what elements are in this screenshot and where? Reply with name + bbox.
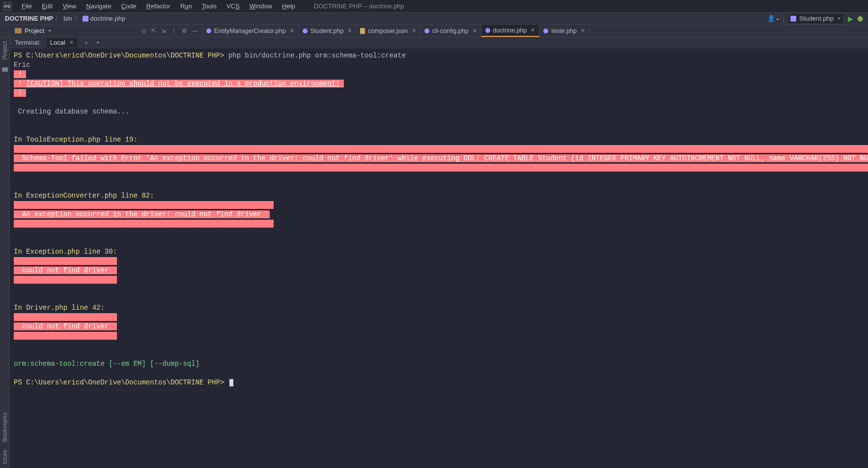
breadcrumb-bin[interactable]: bin xyxy=(63,15,72,22)
php-file-icon xyxy=(424,29,429,33)
menu-view[interactable]: View xyxy=(57,0,81,12)
menu-help[interactable]: Help xyxy=(277,0,300,12)
terminal-line: In Exception.php line 30: xyxy=(11,247,868,257)
tab-label: teste.php xyxy=(551,28,576,34)
close-icon[interactable]: ✕ xyxy=(290,28,294,34)
terminal[interactable]: PS C:\Users\ericd\OneDrive\Documentos\DO… xyxy=(10,48,868,468)
terminal-line: An exception occurred in the driver: cou… xyxy=(11,210,868,219)
project-label-text: Project xyxy=(25,27,44,34)
terminal-line: ! xyxy=(11,88,868,98)
menu-run[interactable]: Run xyxy=(175,0,197,12)
menu-vcs[interactable]: VCS xyxy=(222,0,245,12)
chevron-down-icon[interactable] xyxy=(96,42,99,44)
separator: ⋮ xyxy=(171,28,177,34)
editor-tab[interactable]: cli-config.php✕ xyxy=(420,25,481,37)
app-logo: PS xyxy=(3,2,12,11)
close-icon[interactable]: ✕ xyxy=(69,39,74,46)
tab-label: doctrine.php xyxy=(493,27,527,34)
terminal-line xyxy=(11,201,868,210)
terminal-line xyxy=(11,341,868,350)
chevron-down-icon xyxy=(838,18,840,20)
terminal-tabbar: Terminal: Local ✕ ＋ xyxy=(10,37,868,48)
terminal-line: ! xyxy=(11,70,868,79)
debug-button[interactable]: ⬢ xyxy=(857,15,863,23)
close-icon[interactable]: ✕ xyxy=(531,27,535,33)
terminal-line xyxy=(11,117,868,126)
navbar: DOCTRINE PHP 〉 bin 〉 doctrine.php 👤 Stud… xyxy=(0,13,868,25)
menu-window[interactable]: Window xyxy=(245,0,277,12)
add-terminal-icon[interactable]: ＋ xyxy=(83,38,89,47)
terminal-line xyxy=(11,145,868,154)
hide-icon[interactable]: — xyxy=(192,28,198,34)
editor-tab[interactable]: EntityManagerCreator.php✕ xyxy=(202,25,299,37)
tab-label: composer.json xyxy=(368,28,408,34)
php-file-icon xyxy=(543,29,548,33)
terminal-line: PS C:\Users\ericd\OneDrive\Documentos\DO… xyxy=(11,378,868,387)
tab-label: EntityManagerCreator.php xyxy=(214,28,286,34)
terminal-line: could not find driver xyxy=(11,266,868,275)
terminal-line xyxy=(11,294,868,303)
terminal-line: PS C:\Users\ericd\OneDrive\Documentos\DO… xyxy=(11,51,868,60)
terminal-line xyxy=(11,285,868,294)
terminal-tab-local[interactable]: Local ✕ xyxy=(46,37,78,48)
editor-tab[interactable]: doctrine.php✕ xyxy=(481,25,540,37)
terminal-line xyxy=(11,126,868,135)
left-gutter: Project Bookmarks icture xyxy=(0,37,10,468)
gutter-project[interactable]: Project xyxy=(1,41,8,59)
terminal-line xyxy=(11,257,868,266)
close-icon[interactable]: ✕ xyxy=(347,28,352,34)
collapse-all-icon[interactable]: ⇲ xyxy=(161,28,166,34)
close-icon[interactable]: ✕ xyxy=(581,28,585,34)
expand-all-icon[interactable]: ⇱ xyxy=(151,28,156,34)
run-config-label: Student.php xyxy=(799,15,834,22)
terminal-line xyxy=(11,182,868,191)
close-icon[interactable]: ✕ xyxy=(412,28,416,34)
chevron-down-icon xyxy=(48,30,51,32)
menubar: PS File Edit View Navigate Code Refactor… xyxy=(0,0,868,13)
menu-tools[interactable]: Tools xyxy=(197,0,222,12)
user-icon[interactable]: 👤 xyxy=(767,15,779,22)
terminal-line xyxy=(11,331,868,341)
terminal-line: In ToolsException.php line 19: xyxy=(11,135,868,145)
menu-file[interactable]: File xyxy=(17,0,37,12)
breadcrumb-root[interactable]: DOCTRINE PHP xyxy=(5,15,53,22)
menu-code[interactable]: Code xyxy=(116,0,141,12)
project-label[interactable]: Project xyxy=(15,27,51,34)
php-file-icon xyxy=(303,29,308,33)
settings-icon[interactable]: ⚙ xyxy=(182,28,187,34)
gutter-bookmarks[interactable]: Bookmarks xyxy=(1,412,8,442)
editor-tabs: EntityManagerCreator.php✕Student.php✕com… xyxy=(202,25,589,37)
menu-refactor[interactable]: Refactor xyxy=(141,0,175,12)
run-button[interactable]: ▶ xyxy=(848,15,853,23)
terminal-line xyxy=(11,219,868,229)
terminal-line: could not find driver xyxy=(11,322,868,331)
window-title: DOCTRINE PHP – doctrine.php xyxy=(314,2,404,10)
tab-label: cli-config.php xyxy=(432,28,469,34)
breadcrumb-file[interactable]: doctrine.php xyxy=(90,15,126,22)
terminal-line: In ExceptionConverter.php line 82: xyxy=(11,191,868,201)
editor-tab[interactable]: Student.php✕ xyxy=(299,25,356,37)
php-file-icon xyxy=(485,28,490,33)
toolrow: Project ◎ ⇱ ⇲ ⋮ ⚙ — EntityManagerCreator… xyxy=(0,25,868,37)
folder-icon[interactable] xyxy=(2,67,8,72)
menu-navigate[interactable]: Navigate xyxy=(81,0,116,12)
menu-edit[interactable]: Edit xyxy=(37,0,57,12)
terminal-line xyxy=(11,275,868,285)
content: Terminal: Local ✕ ＋ PS C:\Users\ericd\On… xyxy=(10,37,868,468)
close-icon[interactable]: ✕ xyxy=(473,28,477,34)
terminal-title: Terminal: xyxy=(10,37,46,48)
separator xyxy=(783,14,784,23)
target-icon[interactable]: ◎ xyxy=(141,28,146,34)
project-toolbar: Project ◎ ⇱ ⇲ ⋮ ⚙ — xyxy=(0,25,202,37)
terminal-line: In Driver.php line 42: xyxy=(11,303,868,313)
terminal-line xyxy=(11,229,868,238)
gutter-structure[interactable]: icture xyxy=(1,450,8,464)
run-config-selector[interactable]: Student.php xyxy=(788,13,844,24)
terminal-line: Eric xyxy=(11,60,868,70)
breadcrumb-sep: 〉 xyxy=(74,14,81,23)
editor-tab[interactable]: composer.json✕ xyxy=(356,25,420,37)
app-logo-text: PS xyxy=(4,4,10,9)
editor-tab[interactable]: teste.php✕ xyxy=(539,25,589,37)
php-file-icon xyxy=(83,16,88,22)
folder-icon xyxy=(15,28,22,33)
